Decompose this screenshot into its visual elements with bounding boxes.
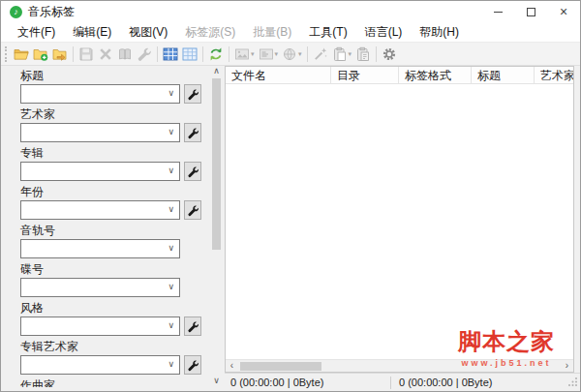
dropdown-arrow-icon: ▾ <box>251 50 255 58</box>
menu-language[interactable]: 语言(L) <box>356 22 412 43</box>
toolbar-separator <box>376 46 377 62</box>
toolbar-separator <box>307 46 308 62</box>
toolbar-grip[interactable] <box>5 46 9 62</box>
chevron-down-icon: ∨ <box>168 127 174 136</box>
field-label: 年份 <box>20 184 208 198</box>
chevron-down-icon: ∨ <box>168 282 174 291</box>
field-composer: 作曲家 ∨ <box>9 377 208 387</box>
dropdown-arrow-icon: ▾ <box>349 50 352 58</box>
menu-edit[interactable]: 编辑(E) <box>64 22 120 43</box>
field-genre: 风格 ∨ <box>9 300 208 336</box>
field-label: 作曲家 <box>20 377 208 387</box>
scroll-up-icon[interactable]: ∧ <box>210 66 223 77</box>
delete-icon[interactable] <box>96 45 115 64</box>
field-label: 艺术家 <box>20 106 208 121</box>
toolbar: ▾ ▾ ▾ ▾ <box>1 42 580 66</box>
magic-wand-icon[interactable] <box>311 45 330 64</box>
menu-view[interactable]: 视图(V) <box>120 22 176 43</box>
close-icon: × <box>560 5 567 18</box>
app-music-note-icon: ♪ <box>10 6 22 18</box>
open-folder-icon[interactable] <box>12 45 31 64</box>
column-filename[interactable]: 文件名 <box>226 67 331 83</box>
web-source-dropdown-icon[interactable]: ▾ <box>280 45 304 64</box>
field-track: 音轨号 ∨ <box>9 223 208 258</box>
column-directory[interactable]: 目录 <box>331 67 399 83</box>
scroll-left-icon[interactable]: ‹ <box>226 360 238 372</box>
status-selected-count: 0 (00:00:00 | 0Byte) <box>225 377 390 388</box>
dropdown-arrow-icon: ▾ <box>275 50 279 58</box>
refresh-icon[interactable] <box>206 45 226 64</box>
field-label: 专辑艺术家 <box>20 339 208 353</box>
albumartist-combobox[interactable]: ∨ <box>20 355 180 375</box>
folder-arrow-icon[interactable] <box>50 45 70 64</box>
field-album: 专辑 ∨ <box>9 145 208 181</box>
column-title[interactable]: 标题 <box>472 67 535 83</box>
year-combobox[interactable]: ∨ <box>20 200 180 220</box>
field-label: 专辑 <box>20 145 208 160</box>
year-wrench-button[interactable] <box>184 200 201 220</box>
window-title: 音乐标签 <box>28 4 481 20</box>
album-wrench-button[interactable] <box>184 162 201 181</box>
title-combobox[interactable]: ∨ <box>20 84 180 104</box>
save-icon[interactable] <box>76 45 96 64</box>
watermark-url: www.jb51.net <box>452 358 561 368</box>
toolbar-separator <box>202 46 203 62</box>
menu-help[interactable]: 帮助(H) <box>411 22 468 43</box>
dropdown-arrow-icon: ▾ <box>298 50 302 58</box>
tag-convert-dropdown-icon[interactable]: ▾ <box>257 45 281 64</box>
scrollbar-thumb[interactable] <box>212 78 221 250</box>
menu-batch: 批量(B) <box>244 22 300 43</box>
panel-vertical-scrollbar[interactable]: ∧ ∨ <box>210 66 223 387</box>
artist-wrench-button[interactable] <box>184 123 201 142</box>
chevron-down-icon: ∨ <box>168 166 174 175</box>
statusbar: 0 (00:00:00 | 0Byte) 0 (00:00:00 | 0Byte… <box>225 373 580 391</box>
field-artist: 艺术家 ∨ <box>9 106 208 142</box>
watermark: 脚本之家 www.jb51.net <box>452 326 561 368</box>
gear-icon[interactable] <box>380 45 399 64</box>
wrench-icon[interactable] <box>135 45 154 64</box>
maximize-icon <box>527 8 535 16</box>
disc-combobox[interactable]: ∨ <box>20 278 180 297</box>
paste-icon[interactable] <box>353 45 373 64</box>
menu-tools[interactable]: 工具(T) <box>300 22 355 43</box>
paste-dropdown-icon[interactable]: ▾ <box>330 45 354 64</box>
close-button[interactable]: × <box>547 1 580 22</box>
title-wrench-button[interactable] <box>184 84 201 104</box>
titlebar: ♪ 音乐标签 × <box>1 1 580 22</box>
genre-combobox[interactable]: ∨ <box>20 317 180 336</box>
maximize-button[interactable] <box>514 1 547 22</box>
chevron-down-icon: ∨ <box>168 88 174 98</box>
resize-grip-icon[interactable] <box>567 377 578 389</box>
app-window: ♪ 音乐标签 × 文件(F) 编辑(E) 视图(V) 标签源(S) 批量(B) … <box>0 0 581 392</box>
table-filled-icon[interactable] <box>161 45 180 64</box>
toolbar-separator <box>229 46 229 62</box>
chevron-down-icon: ∨ <box>168 359 174 369</box>
field-label: 风格 <box>20 300 208 315</box>
scroll-right-icon[interactable]: › <box>561 360 573 372</box>
image-dropdown-icon[interactable]: ▾ <box>232 45 257 64</box>
genre-wrench-button[interactable] <box>184 317 201 336</box>
chevron-down-icon: ∨ <box>168 320 174 330</box>
toolbar-separator <box>157 46 158 62</box>
menu-file[interactable]: 文件(F) <box>9 22 64 43</box>
field-title: 标题 ∨ <box>9 68 208 104</box>
toolbar-separator <box>73 46 74 62</box>
column-artist[interactable]: 艺术家 <box>535 67 573 83</box>
file-list-body[interactable] <box>226 84 573 344</box>
artist-combobox[interactable]: ∨ <box>20 123 180 142</box>
field-label: 音轨号 <box>20 223 208 237</box>
column-tag-format[interactable]: 标签格式 <box>399 67 472 83</box>
field-label: 碟号 <box>20 261 208 276</box>
scroll-down-icon[interactable]: ∨ <box>210 376 223 387</box>
track-combobox[interactable]: ∨ <box>20 239 180 258</box>
minimize-icon <box>494 12 503 13</box>
chevron-down-icon: ∨ <box>168 243 174 253</box>
book-icon[interactable] <box>115 45 135 64</box>
status-total-count: 0 (00:00:00 | 0Byte) <box>391 377 567 388</box>
albumartist-wrench-button[interactable] <box>184 355 201 375</box>
add-folder-icon[interactable] <box>31 45 50 64</box>
scrollbar-thumb[interactable] <box>240 362 321 371</box>
table-outline-icon[interactable] <box>180 45 199 64</box>
minimize-button[interactable] <box>481 1 514 22</box>
album-combobox[interactable]: ∨ <box>20 162 180 181</box>
